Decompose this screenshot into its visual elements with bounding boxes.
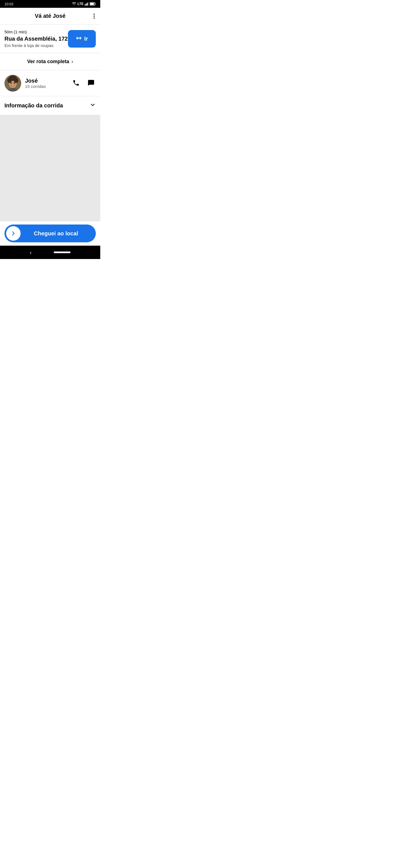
status-time: 10:02 [4, 2, 13, 6]
back-button[interactable]: ‹ [30, 249, 32, 256]
full-route-button[interactable]: Ver rota completa › [0, 53, 100, 70]
nav-bar: ‹ [0, 246, 100, 259]
more-options-button[interactable] [92, 12, 96, 20]
home-indicator[interactable] [54, 251, 70, 253]
route-address: Rua da Assembléia, 172 [4, 35, 68, 42]
status-bar: 10:02 LTE [0, 0, 100, 8]
go-button[interactable]: Ir [68, 30, 96, 48]
svg-rect-2 [87, 3, 88, 6]
wifi-icon [72, 2, 76, 6]
menu-dot [93, 18, 95, 19]
full-route-label: Ver rota completa [27, 59, 69, 65]
chevron-right-icon [10, 230, 17, 237]
ride-info-label: Informação da corrida [4, 102, 63, 109]
signal-icon [85, 2, 89, 6]
driver-info: José 15 corridas [25, 78, 67, 89]
driver-trips: 15 corridas [25, 84, 67, 89]
svg-point-11 [9, 76, 16, 81]
route-info: 50m (1 min) Rua da Assembléia, 172 Em fr… [4, 30, 68, 48]
battery-icon [90, 2, 96, 6]
svg-point-13 [14, 82, 15, 84]
ride-info-section[interactable]: Informação da corrida [0, 96, 100, 115]
svg-rect-3 [88, 2, 89, 6]
lte-label: LTE [78, 2, 84, 6]
route-time: 50m (1 min) [4, 30, 68, 34]
go-button-label: Ir [84, 36, 88, 42]
svg-rect-5 [90, 3, 94, 5]
arrived-button-label: Cheguei ao local [21, 230, 91, 237]
phone-icon [73, 79, 80, 87]
navigation-arrows-icon [76, 35, 82, 42]
avatar-image [4, 75, 21, 92]
map-view [0, 115, 100, 221]
message-icon [87, 79, 95, 87]
svg-rect-0 [85, 4, 85, 6]
bottom-bar: Cheguei ao local [0, 221, 100, 246]
route-section: 50m (1 min) Rua da Assembléia, 172 Em fr… [0, 25, 100, 53]
status-icons: LTE [72, 2, 96, 6]
svg-point-12 [10, 82, 12, 84]
driver-actions [71, 78, 96, 89]
header: Vá até José [0, 8, 100, 25]
message-driver-button[interactable] [86, 78, 96, 89]
chevron-down-icon [90, 102, 96, 109]
arrows-svg [76, 35, 82, 41]
arrived-button-icon [6, 226, 21, 241]
driver-section: José 15 corridas [0, 70, 100, 96]
menu-dot [93, 16, 95, 17]
svg-rect-1 [86, 4, 87, 6]
menu-dot [93, 13, 95, 15]
arrived-button[interactable]: Cheguei ao local [4, 224, 96, 242]
route-hint: Em frente à loja de roupas [4, 43, 68, 48]
driver-name: José [25, 78, 67, 84]
page-title: Vá até José [35, 13, 65, 19]
chevron-right-icon: › [71, 59, 73, 65]
driver-avatar [4, 75, 21, 92]
call-driver-button[interactable] [71, 78, 81, 89]
